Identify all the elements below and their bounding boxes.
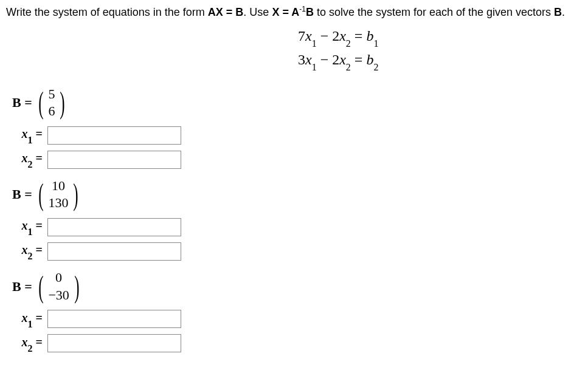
x2-label: x2 = <box>12 243 43 259</box>
x1-input-3[interactable] <box>47 310 181 328</box>
x1-label: x1 = <box>12 127 43 143</box>
x2-input-1[interactable] <box>47 151 181 169</box>
x1-label: x1 = <box>12 219 43 235</box>
x1-input-2[interactable] <box>47 218 181 236</box>
problem-2: B = ( 10 130 ) x1 = x2 = <box>12 176 582 261</box>
system-equations: 7x1 − 2x2 = b1 3x1 − 2x2 = b2 <box>298 25 582 72</box>
b-vector-2: B = ( 10 130 ) <box>12 176 582 213</box>
instruction-text: Write the system of equations in the for… <box>6 5 582 19</box>
problem-1: B = ( 5 6 ) x1 = x2 = <box>12 84 582 169</box>
x1-input-1[interactable] <box>47 126 181 145</box>
b-vector-1: B = ( 5 6 ) <box>12 84 582 121</box>
x2-label: x2 = <box>12 151 43 168</box>
x1-label: x1 = <box>12 311 43 327</box>
x2-label: x2 = <box>12 335 43 352</box>
b-vector-3: B = ( 0 −30 ) <box>12 268 582 305</box>
problem-3: B = ( 0 −30 ) x1 = x2 = <box>12 268 582 352</box>
x2-input-3[interactable] <box>47 334 181 352</box>
x2-input-2[interactable] <box>47 242 181 261</box>
